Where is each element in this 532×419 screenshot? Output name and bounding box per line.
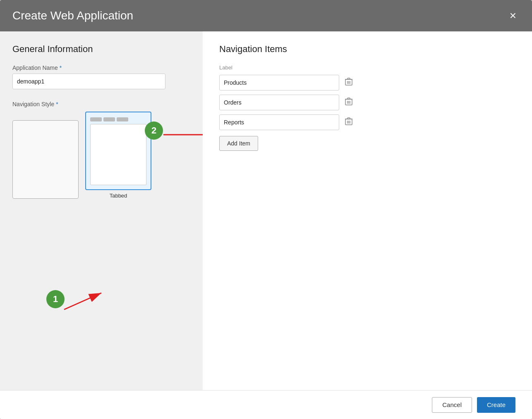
nav-item-row-2 [219,114,515,130]
mock-tab-3 [117,117,128,121]
tabbed-label: Tabbed [110,193,127,199]
red-arrow-1 [60,289,110,314]
mock-tab-2 [103,117,115,121]
nav-item-input-0[interactable] [219,75,339,90]
nav-item-input-1[interactable] [219,95,339,110]
delete-button-1[interactable] [343,96,354,110]
nav-style-label: Navigation Style * [12,101,190,107]
tabbed-mockup-content [90,124,146,185]
nav-style-box-tabbed[interactable] [85,112,151,190]
general-info-title: General Information [12,44,190,55]
dialog-footer: Cancel Create [0,390,532,419]
nav-items-title: Navigation Items [219,44,515,55]
annotation-circle-2: 2 [145,121,163,140]
nav-style-option-tabbed[interactable]: Tabbed [85,112,151,199]
cancel-button[interactable]: Cancel [432,397,472,413]
delete-button-0[interactable] [343,76,354,90]
dialog-body: General Information Application Name * N… [0,31,532,390]
trash-icon-2 [345,117,352,126]
svg-rect-21 [347,118,350,119]
tabbed-mockup-tabs [90,117,146,121]
delete-button-2[interactable] [343,116,354,129]
required-star-appname: * [60,64,62,71]
svg-rect-9 [347,78,350,79]
nav-style-section: Navigation Style * [12,101,190,199]
annotation-circle-1: 1 [46,290,65,308]
mock-tab-1 [90,117,102,121]
create-button[interactable]: Create [477,397,515,413]
app-name-label: Application Name * [12,64,190,71]
svg-rect-15 [347,98,350,99]
app-name-input[interactable] [12,74,165,89]
nav-style-box-plain[interactable] [12,120,79,199]
right-panel: Navigation Items Label [203,31,532,390]
dialog-header: Create Web Application × [0,0,532,31]
left-panel: General Information Application Name * N… [0,31,203,390]
required-star-navstyle: * [56,101,58,107]
trash-icon-0 [345,78,352,86]
nav-item-row-1 [219,95,515,110]
create-web-application-dialog: Create Web Application × General Informa… [0,0,532,419]
nav-item-input-2[interactable] [219,114,339,130]
add-item-button[interactable]: Add Item [219,136,258,151]
trash-icon-1 [345,98,352,106]
nav-item-row-0 [219,75,515,90]
tabbed-mockup [86,112,151,189]
dialog-title: Create Web Application [12,9,133,22]
close-button[interactable]: × [506,8,520,23]
label-col-header: Label [219,64,515,71]
svg-line-1 [64,293,101,309]
nav-style-option-plain[interactable] [12,120,79,199]
